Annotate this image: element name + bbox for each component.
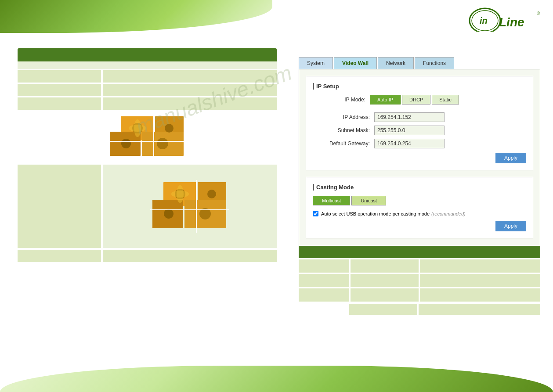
- tab-system[interactable]: System: [299, 57, 333, 69]
- sunflower-preview-2: [150, 180, 229, 233]
- btcell-3a: [299, 288, 349, 302]
- gateway-input[interactable]: [374, 139, 445, 148]
- ip-mode-row: IP Mode: Auto IP DHCP Static: [313, 95, 526, 104]
- tab-functions[interactable]: Functions: [415, 57, 454, 69]
- row-2: [18, 84, 277, 96]
- svg-point-11: [121, 139, 131, 148]
- logo: in Line ®: [467, 5, 542, 33]
- bottom-table: [299, 259, 540, 315]
- gateway-row: Default Gateway:: [313, 139, 526, 148]
- left-subbar: [18, 61, 277, 69]
- footer-wave: [0, 366, 553, 392]
- casting-apply-btn[interactable]: Apply: [495, 221, 526, 231]
- ip-setup-title: IP Setup: [313, 83, 526, 90]
- ip-auto-btn[interactable]: Auto IP: [370, 95, 401, 104]
- auto-select-checkbox[interactable]: [313, 211, 318, 216]
- cell-2a: [18, 84, 101, 96]
- tab-network[interactable]: Network: [378, 57, 414, 69]
- cell-1b: [103, 70, 277, 83]
- bottom-row-2: [299, 274, 540, 287]
- bottom-row-1: [299, 259, 540, 273]
- bottom-cell-b: [103, 250, 277, 262]
- svg-text:Line: Line: [499, 15, 524, 29]
- subnet-row: Subnet Mask:: [313, 126, 526, 135]
- tab-videowall[interactable]: Video Wall: [334, 57, 377, 69]
- row-3: [18, 97, 277, 110]
- svg-point-14: [134, 119, 141, 137]
- bottom-right-panel: [299, 246, 540, 315]
- casting-mode-title: Casting Mode: [313, 184, 526, 191]
- left-lower-section: [18, 165, 277, 248]
- preview-area-top: [18, 114, 277, 158]
- ip-address-label: IP Address:: [313, 114, 370, 120]
- casting-mode-section: Casting Mode Multicast Unicast Auto sele…: [306, 177, 533, 238]
- unicast-btn[interactable]: Unicast: [351, 196, 386, 205]
- ip-apply-row: Apply: [313, 153, 526, 163]
- ip-mode-label: IP Mode:: [313, 97, 365, 103]
- btcell-4c: [419, 304, 540, 315]
- ip-apply-btn[interactable]: Apply: [495, 153, 526, 163]
- btcell-2c: [420, 274, 540, 287]
- right-panel: System Video Wall Network Functions IP S…: [299, 57, 540, 249]
- gateway-label: Default Gateway:: [313, 140, 370, 147]
- lower-right-col: [103, 165, 277, 248]
- subnet-input[interactable]: [374, 126, 445, 135]
- cell-1a: [18, 70, 101, 83]
- svg-point-22: [207, 190, 216, 198]
- left-bottom-row: [18, 250, 277, 262]
- casting-buttons: Multicast Unicast: [313, 196, 526, 205]
- svg-point-10: [165, 124, 173, 133]
- ip-setup-section: IP Setup IP Mode: Auto IP DHCP Static IP…: [306, 76, 533, 170]
- btcell-3b: [351, 288, 419, 302]
- multicast-btn[interactable]: Multicast: [313, 196, 350, 205]
- svg-point-12: [157, 138, 168, 149]
- btcell-1c: [420, 259, 540, 273]
- config-panel: IP Setup IP Mode: Auto IP DHCP Static IP…: [299, 69, 540, 249]
- bottom-row-4: [349, 304, 540, 315]
- tab-bar: System Video Wall Network Functions: [299, 57, 540, 69]
- cell-3b: [103, 97, 277, 110]
- svg-text:in: in: [480, 16, 488, 25]
- bottom-row-3: [299, 288, 540, 302]
- subnet-label: Subnet Mask:: [313, 127, 370, 133]
- header-green-wave: [0, 0, 272, 33]
- recommanded-label: (recommanded): [431, 211, 466, 216]
- lower-left-col: [18, 165, 101, 248]
- btcell-2b: [351, 274, 419, 287]
- cell-2b: [103, 84, 277, 96]
- auto-select-row: Auto select USB operation mode per casti…: [313, 211, 526, 216]
- ip-mode-buttons: Auto IP DHCP Static: [370, 95, 459, 104]
- row-1: [18, 70, 277, 83]
- auto-select-label: Auto select USB operation mode per casti…: [321, 211, 430, 216]
- left-header-bar: [18, 48, 277, 61]
- svg-point-23: [164, 209, 173, 219]
- ip-dhcp-btn[interactable]: DHCP: [402, 95, 430, 104]
- btcell-1a: [299, 259, 349, 273]
- svg-point-26: [177, 185, 184, 203]
- ip-address-input[interactable]: [374, 112, 445, 122]
- btcell-4b: [349, 304, 417, 315]
- btcell-2a: [299, 274, 349, 287]
- btcell-1b: [351, 259, 419, 273]
- cell-3a: [18, 97, 101, 110]
- bottom-cell-a: [18, 250, 101, 262]
- ip-address-row: IP Address:: [313, 112, 526, 122]
- left-panel: [18, 48, 277, 262]
- casting-apply-row: Apply: [313, 221, 526, 231]
- header: in Line ®: [0, 0, 553, 35]
- row-group-1: [18, 70, 277, 110]
- ip-static-btn[interactable]: Static: [432, 95, 459, 104]
- bottom-header-bar: [299, 246, 540, 258]
- btcell-3c: [420, 288, 540, 302]
- svg-text:®: ®: [537, 11, 540, 16]
- sunflower-preview-1: [108, 114, 187, 158]
